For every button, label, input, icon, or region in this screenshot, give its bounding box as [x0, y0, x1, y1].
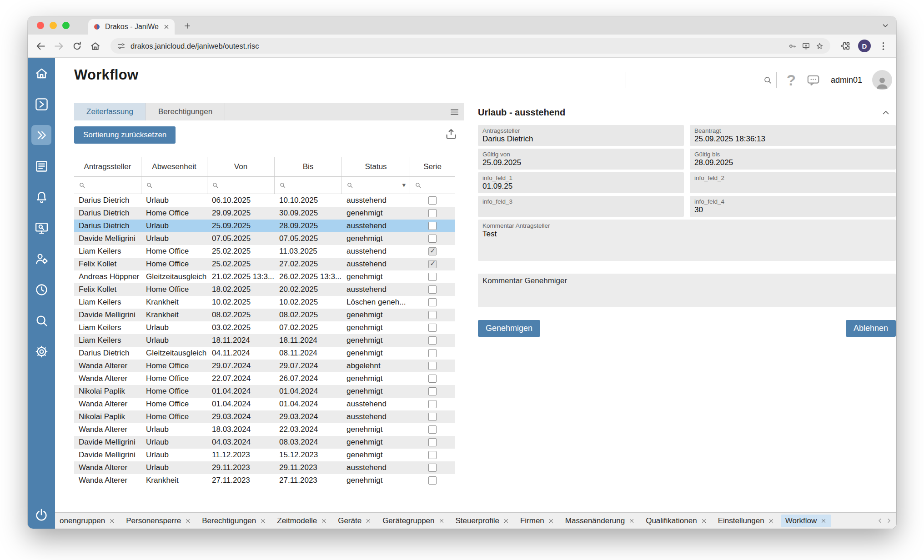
serie-checkbox[interactable]: [428, 451, 437, 459]
bottom-tab-geräte[interactable]: Geräte: [333, 515, 376, 527]
bottom-tab-steuerprofile[interactable]: Steuerprofile: [451, 515, 514, 527]
bookmark-star-icon[interactable]: [815, 42, 824, 50]
table-row[interactable]: Davide MelligriniUrlaub07.05.202507.05.2…: [74, 232, 455, 245]
bottom-tab-einstellungen[interactable]: Einstellungen: [713, 515, 779, 527]
table-row[interactable]: Davide MelligriniUrlaub04.03.202408.03.2…: [74, 436, 455, 449]
filter-input-status[interactable]: ▾: [342, 177, 410, 194]
serie-checkbox[interactable]: [428, 324, 437, 332]
close-icon[interactable]: [365, 518, 372, 524]
close-icon[interactable]: [185, 518, 191, 524]
table-row[interactable]: Liam KeilersUrlaub18.11.202418.11.2024ge…: [74, 334, 455, 347]
reset-sort-button[interactable]: Sortierung zurücksetzen: [74, 126, 176, 144]
filter-input-bis[interactable]: [275, 177, 342, 194]
sidebar-item-bell[interactable]: [31, 187, 51, 207]
browser-profile-avatar[interactable]: D: [858, 40, 871, 52]
filter-input-serie[interactable]: [410, 177, 455, 194]
sidebar-item-monitor-search[interactable]: [31, 218, 51, 238]
sidebar-item-arrow-right-boxed[interactable]: [31, 94, 51, 114]
bottom-tab-workflow[interactable]: Workflow: [781, 515, 832, 527]
install-app-icon[interactable]: [802, 42, 810, 50]
zoom-window-button[interactable]: [62, 22, 70, 29]
serie-checkbox[interactable]: [428, 222, 437, 230]
serie-checkbox[interactable]: [428, 387, 437, 395]
serie-checkbox[interactable]: [428, 349, 437, 357]
table-row[interactable]: Liam KeilersUrlaub03.02.202507.02.2025ge…: [74, 321, 455, 334]
bottom-tab-firmen[interactable]: Firmen: [516, 515, 559, 527]
close-icon[interactable]: [260, 518, 266, 524]
table-row[interactable]: Wanda AltererHome Office01.04.202401.04.…: [74, 398, 455, 410]
scroll-right-icon[interactable]: [885, 517, 893, 525]
tab-close-icon[interactable]: [163, 23, 170, 30]
bottom-tab-personensperre[interactable]: Personensperre: [121, 515, 196, 527]
serie-checkbox[interactable]: [428, 235, 437, 243]
filter-dropdown-icon[interactable]: ▾: [402, 181, 406, 189]
user-avatar[interactable]: [872, 70, 892, 90]
sidebar-item-user-gear[interactable]: [31, 249, 51, 269]
chat-icon[interactable]: [806, 73, 821, 88]
comment-requester-box[interactable]: Kommentar Antragsteller Test: [478, 220, 896, 261]
help-icon[interactable]: ?: [787, 73, 796, 88]
home-icon[interactable]: [90, 40, 101, 52]
menu-icon[interactable]: [449, 107, 460, 117]
serie-checkbox[interactable]: [428, 438, 437, 446]
close-window-button[interactable]: [37, 22, 44, 29]
global-search-input[interactable]: [630, 76, 760, 84]
global-search[interactable]: [626, 72, 777, 88]
tab-zeiterfassung[interactable]: Zeiterfassung: [74, 103, 146, 120]
close-icon[interactable]: [109, 518, 115, 524]
column-header-abwesenheit[interactable]: Abwesenheit: [141, 157, 207, 176]
column-header-antragssteller[interactable]: Antragssteller: [74, 157, 141, 176]
serie-checkbox[interactable]: [428, 273, 437, 281]
serie-checkbox[interactable]: [428, 260, 437, 268]
bottom-tab-berechtigungen[interactable]: Berechtigungen: [197, 515, 271, 527]
bottom-tab-massenänderung[interactable]: Massenänderung: [561, 515, 639, 527]
password-key-icon[interactable]: [788, 42, 797, 50]
table-row[interactable]: Darius DietrichHome Office29.09.202530.0…: [74, 207, 455, 220]
table-row[interactable]: Liam KeilersKrankheit10.02.202510.02.202…: [74, 296, 455, 309]
site-settings-icon[interactable]: [117, 42, 126, 50]
export-icon[interactable]: [444, 127, 458, 141]
table-row[interactable]: Wanda AltererHome Office22.07.202426.07.…: [74, 372, 455, 385]
sidebar-item-news[interactable]: [31, 156, 51, 176]
table-row[interactable]: Nikolai PaplikHome Office01.04.202401.04…: [74, 385, 455, 398]
table-row[interactable]: Wanda AltererUrlaub18.03.202422.03.2024g…: [74, 423, 455, 436]
bottom-tab-qualifikationen[interactable]: Qualifikationen: [641, 515, 711, 527]
table-row[interactable]: Felix KolletHome Office18.02.202520.02.2…: [74, 283, 455, 296]
serie-checkbox[interactable]: [428, 425, 437, 434]
sidebar-item-clock[interactable]: [31, 280, 51, 300]
reload-icon[interactable]: [71, 40, 83, 52]
tab-search-icon[interactable]: [881, 21, 890, 30]
close-icon[interactable]: [438, 518, 445, 524]
bottom-tab-onengruppen[interactable]: onengruppen: [55, 515, 120, 527]
table-row[interactable]: Wanda AltererHome Office29.07.202429.07.…: [74, 360, 455, 372]
close-icon[interactable]: [768, 518, 774, 524]
sidebar-item-home[interactable]: [31, 63, 51, 83]
sidebar-item-double-arrow[interactable]: [31, 125, 51, 145]
table-row[interactable]: Nikolai PaplikHome Office29.03.202429.03…: [74, 410, 455, 423]
close-icon[interactable]: [503, 518, 509, 524]
browser-tab[interactable]: Drakos - JaniWeb: [88, 19, 175, 35]
column-header-serie[interactable]: Serie: [410, 157, 455, 176]
filter-input-antragssteller[interactable]: [74, 177, 141, 194]
table-row[interactable]: Darius DietrichUrlaub06.10.202510.10.202…: [74, 194, 455, 207]
serie-checkbox[interactable]: [428, 298, 437, 306]
approve-button[interactable]: Genehmigen: [478, 320, 540, 337]
close-icon[interactable]: [820, 518, 827, 524]
serie-checkbox[interactable]: [428, 311, 437, 319]
table-row[interactable]: Davide MelligriniKrankheit08.02.202508.0…: [74, 309, 455, 321]
table-row[interactable]: Felix KolletHome Office25.02.202527.02.2…: [74, 258, 455, 270]
url-text[interactable]: drakos.janicloud.de/janiweb/outest.risc: [131, 42, 783, 50]
table-row[interactable]: Wanda AltererUrlaub29.11.202329.11.2023a…: [74, 461, 455, 474]
close-icon[interactable]: [628, 518, 635, 524]
minimize-window-button[interactable]: [50, 22, 57, 29]
serie-checkbox[interactable]: [428, 209, 437, 217]
table-row[interactable]: Wanda AltererKrankheit27.11.202327.11.20…: [74, 474, 455, 487]
table-row[interactable]: Andreas HöppnerGleitzeitausgleich21.02.2…: [74, 270, 455, 283]
search-icon[interactable]: [763, 75, 772, 85]
close-icon[interactable]: [701, 518, 707, 524]
back-icon[interactable]: [35, 40, 46, 52]
table-row[interactable]: Darius DietrichUrlaub25.09.202528.09.202…: [74, 220, 455, 232]
comment-approver-box[interactable]: Kommentar Genehmiger: [478, 274, 896, 307]
bottom-tab-zeitmodelle[interactable]: Zeitmodelle: [272, 515, 331, 527]
forward-icon[interactable]: [53, 40, 65, 52]
